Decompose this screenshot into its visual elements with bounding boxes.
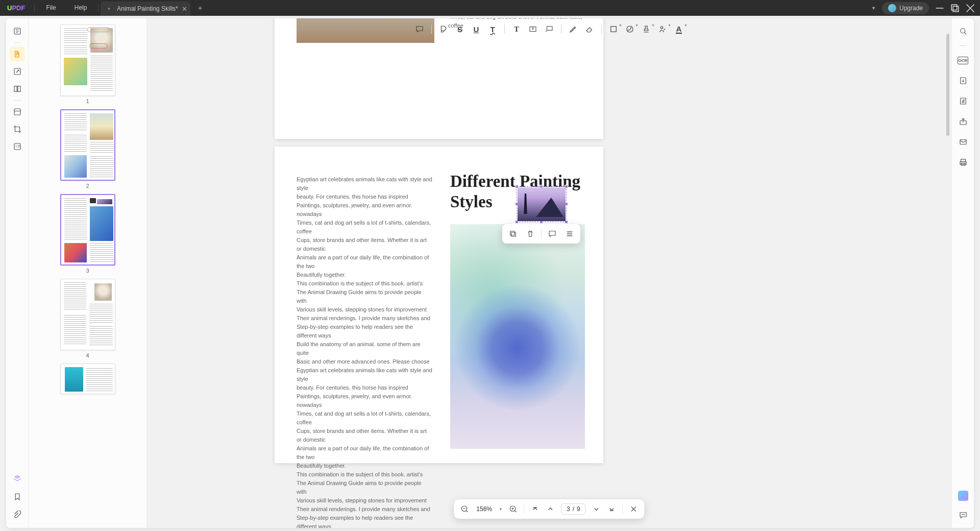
avatar-icon <box>888 4 896 12</box>
window-maximize-icon[interactable] <box>950 4 960 13</box>
svg-rect-1 <box>953 6 959 12</box>
svg-rect-0 <box>951 5 957 10</box>
tab-title: Animal Painting Skills* <box>117 5 178 12</box>
menu-file[interactable]: File <box>37 0 65 16</box>
window-minimize-icon[interactable] <box>935 4 944 13</box>
tabs-overflow-icon[interactable]: ▼ <box>871 6 876 11</box>
document-tab[interactable]: ▼ Animal Painting Skills* ✕ <box>101 2 190 16</box>
tab-dropdown-icon[interactable]: ▼ <box>107 7 111 11</box>
new-tab-button[interactable]: ＋ <box>193 4 207 13</box>
upgrade-button[interactable]: Upgrade <box>882 2 929 14</box>
window-close-icon[interactable] <box>966 4 975 13</box>
app-logo: UPDF <box>0 4 32 12</box>
tab-close-icon[interactable]: ✕ <box>182 5 187 13</box>
menu-help[interactable]: Help <box>65 0 96 16</box>
titlebar: UPDF File Help ▼ Animal Painting Skills*… <box>0 0 980 16</box>
